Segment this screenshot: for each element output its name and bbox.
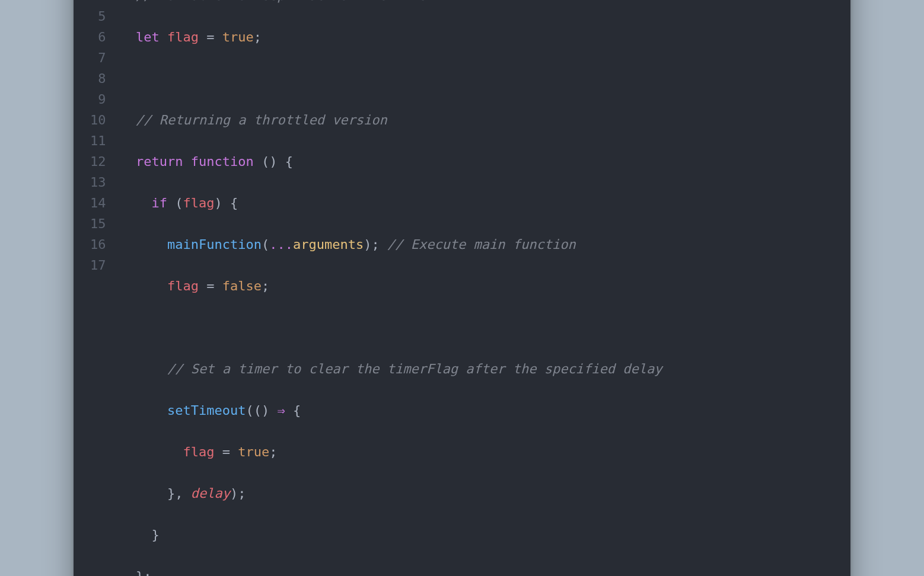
code-window: 1 2 3 4 5 6 7 8 9 10 11 12 13 14 15 16 1… — [74, 0, 850, 576]
line-number: 15 — [90, 213, 106, 234]
code-line: // Returning a throttled version — [120, 110, 662, 130]
line-number: 10 — [90, 110, 106, 130]
line-number: 7 — [90, 47, 106, 68]
code-line: }; — [120, 566, 662, 577]
line-number: 14 — [90, 193, 106, 213]
code-line — [120, 68, 662, 89]
code-line: let flag = true; — [120, 27, 662, 47]
code-line: flag = true; — [120, 441, 662, 462]
line-number: 4 — [90, 0, 106, 6]
code-line — [120, 317, 662, 338]
line-number: 9 — [90, 89, 106, 110]
code-line: } — [120, 524, 662, 545]
line-number: 8 — [90, 68, 106, 89]
code-line: flag = false; — [120, 276, 662, 296]
code-line: // Variable to keep track of the timer — [120, 0, 662, 6]
line-number: 5 — [90, 6, 106, 27]
code-line: mainFunction(...arguments); // Execute m… — [120, 234, 662, 255]
code-line: return function () { — [120, 151, 662, 172]
code-editor: 1 2 3 4 5 6 7 8 9 10 11 12 13 14 15 16 1… — [90, 0, 834, 576]
line-number: 17 — [90, 255, 106, 276]
line-number: 13 — [90, 172, 106, 193]
code-line: // Set a timer to clear the timerFlag af… — [120, 359, 662, 379]
line-number: 16 — [90, 234, 106, 255]
code-line: if (flag) { — [120, 193, 662, 213]
code-line: }, delay); — [120, 483, 662, 504]
code-line: setTimeout(() ⇒ { — [120, 400, 662, 421]
code-content[interactable]: function throttled(mainFunction, delay) … — [120, 0, 662, 576]
line-number: 11 — [90, 130, 106, 151]
line-number: 6 — [90, 27, 106, 47]
line-number-gutter: 1 2 3 4 5 6 7 8 9 10 11 12 13 14 15 16 1… — [90, 0, 120, 576]
line-number: 12 — [90, 151, 106, 172]
